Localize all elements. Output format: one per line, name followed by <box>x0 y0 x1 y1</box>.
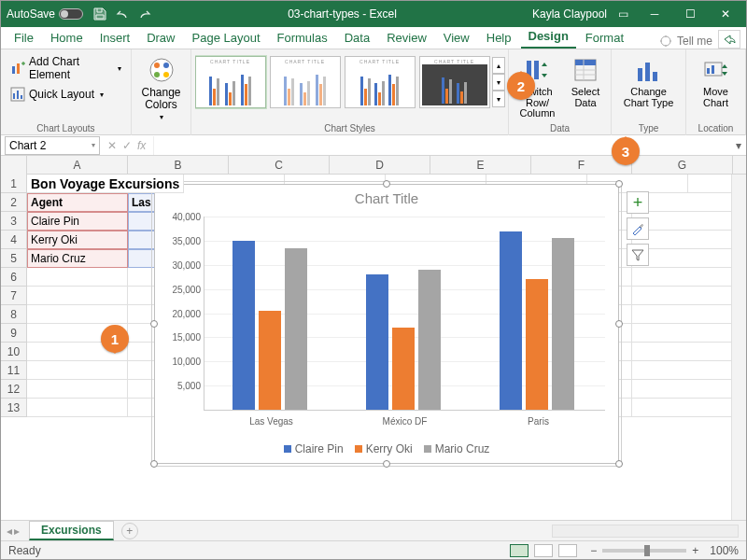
maximize-button[interactable]: ☐ <box>675 1 705 27</box>
sheet-tab-excursions[interactable]: Excursions <box>29 521 114 540</box>
save-icon[interactable] <box>92 7 107 21</box>
chart-title[interactable]: Chart Title <box>155 185 618 212</box>
chart-object[interactable]: Chart Title 5,00010,00015,00020,00025,00… <box>154 184 619 464</box>
row-header[interactable]: 13 <box>1 399 27 417</box>
gallery-down-icon[interactable]: ▾ <box>492 74 505 91</box>
chart-style-4[interactable]: CHART TITLE <box>419 56 490 108</box>
row-header[interactable]: 11 <box>1 361 27 380</box>
bar[interactable] <box>233 241 255 410</box>
cell[interactable]: Claire Pin <box>27 212 128 231</box>
tab-formulas[interactable]: Formulas <box>270 27 335 49</box>
cancel-formula-icon[interactable]: ✕ <box>107 139 117 152</box>
vertical-scrollbar[interactable] <box>731 175 746 520</box>
tab-format[interactable]: Format <box>578 27 631 49</box>
name-box[interactable]: Chart 2▾ <box>5 136 100 155</box>
formula-input[interactable] <box>153 136 731 155</box>
col-header-G[interactable]: G <box>632 156 733 174</box>
sheet-nav[interactable]: ◂▸ <box>1 525 25 538</box>
tab-help[interactable]: Help <box>479 27 519 49</box>
resize-handle[interactable] <box>150 320 158 328</box>
add-chart-element-button[interactable]: Add Chart Element▾ <box>7 53 125 83</box>
undo-icon[interactable] <box>115 7 130 21</box>
fx-icon[interactable]: fx <box>137 139 146 152</box>
cell[interactable]: Mario Cruz <box>27 249 128 268</box>
row-header[interactable]: 3 <box>1 212 27 231</box>
row-header[interactable]: 6 <box>1 268 27 287</box>
tab-data[interactable]: Data <box>337 27 377 49</box>
page-layout-view-button[interactable] <box>534 544 553 557</box>
chart-style-3[interactable]: CHART TITLE <box>345 56 416 108</box>
resize-handle[interactable] <box>615 180 623 188</box>
tab-home[interactable]: Home <box>43 27 91 49</box>
expand-formula-bar-icon[interactable]: ▾ <box>731 139 746 152</box>
row-header[interactable]: 7 <box>1 287 27 305</box>
tab-page-layout[interactable]: Page Layout <box>185 27 268 49</box>
col-header-C[interactable]: C <box>229 156 330 174</box>
row-header[interactable]: 10 <box>1 343 27 361</box>
zoom-level[interactable]: 100% <box>710 544 739 557</box>
col-header-E[interactable]: E <box>430 156 531 174</box>
bar[interactable] <box>500 231 522 410</box>
tab-draw[interactable]: Draw <box>139 27 182 49</box>
add-sheet-button[interactable]: + <box>121 523 138 539</box>
col-header-B[interactable]: B <box>128 156 229 174</box>
resize-handle[interactable] <box>383 460 390 468</box>
plot-area[interactable]: 5,00010,00015,00020,00025,00030,00035,00… <box>204 217 605 411</box>
legend-item[interactable]: Mario Cruz <box>424 442 490 455</box>
chart-style-2[interactable]: CHART TITLE <box>270 56 341 108</box>
share-button[interactable] <box>718 30 740 49</box>
autosave[interactable]: AutoSave <box>7 7 83 21</box>
bar[interactable] <box>366 274 388 410</box>
chart-style-gallery[interactable]: CHART TITLE CHART TITLE CHART TITLE CHAR… <box>195 53 490 111</box>
page-break-view-button[interactable] <box>558 544 577 557</box>
chart-elements-button[interactable]: + <box>627 191 649 214</box>
chart-styles-button[interactable] <box>627 217 649 240</box>
gallery-more-icon[interactable]: ▾ <box>492 91 505 107</box>
bar[interactable] <box>552 238 574 410</box>
minimize-button[interactable]: ─ <box>640 1 669 27</box>
tab-design[interactable]: Design <box>521 25 576 49</box>
autosave-toggle[interactable] <box>59 8 83 20</box>
quick-layout-button[interactable]: Quick Layout▾ <box>7 85 107 104</box>
row-header[interactable]: 8 <box>1 305 27 324</box>
tab-file[interactable]: File <box>7 27 41 49</box>
chart-style-1[interactable]: CHART TITLE <box>195 56 266 108</box>
resize-handle[interactable] <box>615 460 623 468</box>
horizontal-scrollbar[interactable] <box>552 525 739 538</box>
enter-formula-icon[interactable]: ✓ <box>122 139 132 152</box>
sheet-nav-prev-icon[interactable]: ◂ <box>7 525 12 538</box>
change-chart-type-button[interactable]: Change Chart Type <box>617 53 680 110</box>
cell[interactable]: Kerry Oki <box>27 231 128 249</box>
select-data-button[interactable]: Select Data <box>563 53 608 121</box>
gallery-up-icon[interactable]: ▴ <box>492 57 505 74</box>
close-button[interactable]: ✕ <box>711 1 740 27</box>
bar[interactable] <box>526 279 548 410</box>
bar[interactable] <box>392 328 415 410</box>
legend-item[interactable]: Kerry Oki <box>355 442 413 455</box>
row-header[interactable]: 2 <box>1 193 27 212</box>
row-header[interactable]: 1 <box>1 175 27 193</box>
row-header[interactable]: 5 <box>1 249 27 268</box>
zoom-out-icon[interactable]: − <box>590 544 597 557</box>
chart-filters-button[interactable] <box>627 244 649 266</box>
redo-icon[interactable] <box>137 7 152 21</box>
change-colors-button[interactable]: Change Colors▾ <box>137 53 185 123</box>
zoom-in-icon[interactable]: + <box>692 544 698 557</box>
resize-handle[interactable] <box>615 320 623 328</box>
resize-handle[interactable] <box>383 180 390 188</box>
col-header-A[interactable]: A <box>27 156 128 174</box>
move-chart-button[interactable]: Move Chart <box>692 53 740 110</box>
row-header[interactable]: 4 <box>1 231 27 249</box>
zoom-slider[interactable] <box>602 549 686 553</box>
bar[interactable] <box>259 311 281 410</box>
col-header-D[interactable]: D <box>330 156 430 174</box>
tab-review[interactable]: Review <box>379 27 434 49</box>
ribbon-display-icon[interactable]: ▭ <box>618 7 628 21</box>
sheet-nav-next-icon[interactable]: ▸ <box>14 525 20 538</box>
chart-legend[interactable]: Claire PinKerry OkiMario Cruz <box>155 442 618 455</box>
row-header[interactable]: 9 <box>1 324 27 343</box>
cell[interactable]: Agent <box>27 193 128 212</box>
bar[interactable] <box>285 248 307 410</box>
tell-me[interactable]: Tell me <box>658 34 712 49</box>
legend-item[interactable]: Claire Pin <box>284 442 344 455</box>
